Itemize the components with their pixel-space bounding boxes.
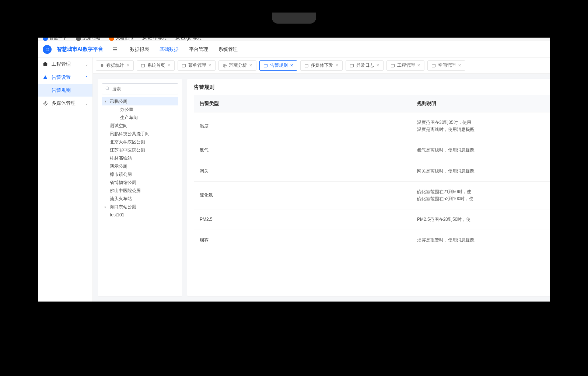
tab-菜单管理[interactable]: 菜单管理 ✕ (178, 60, 216, 71)
close-icon[interactable]: ✕ (458, 63, 461, 68)
tree-label: 樟市镇公厕 (110, 171, 132, 178)
chevron-down-icon: ⌄ (85, 101, 88, 105)
location-tree: ▾讯鹏公厕办公室生产车间测试空间讯鹏科技公共洗手间北京大学东区公厕江苏省中医院公… (102, 97, 178, 219)
tree-node[interactable]: 讯鹏科技公共洗手间 (102, 130, 178, 138)
tab-label: 多媒体下发 (311, 62, 333, 69)
device-frame: 百度一下 京东商城 天猫超市 从 IE 中导入 从 Edge 导入 ⬚ 智慧城市… (16, 19, 572, 320)
table-row[interactable]: 氨气 氨气是离线时，使用消息提醒 (194, 140, 550, 161)
collapse-sidebar-button[interactable]: ☰ (113, 46, 118, 52)
close-icon[interactable]: ✕ (208, 63, 211, 68)
tree-label: 桂林高铁站 (110, 155, 132, 161)
tree-node[interactable]: 演示公厕 (102, 162, 178, 170)
nav-data-report[interactable]: 数据报表 (130, 46, 149, 53)
window-icon (182, 63, 186, 68)
tree-label: 佛山中医院公厕 (110, 188, 141, 194)
cell-desc: PM2.5范围在20到50时，使 (411, 209, 550, 230)
close-icon[interactable]: ✕ (167, 63, 171, 68)
screen: 百度一下 京东商城 天猫超市 从 IE 中导入 从 Edge 导入 ⬚ 智慧城市… (38, 38, 550, 302)
tree-toggle-icon[interactable]: ▾ (105, 100, 108, 103)
top-nav: 数据报表 基础数据 平台管理 系统管理 (130, 46, 238, 53)
bookmark-item[interactable]: 从 Edge 导入 (175, 38, 202, 41)
svg-rect-5 (182, 64, 186, 67)
sidebar-item-alert[interactable]: 告警设置 ⌃ (38, 71, 92, 84)
project-icon (43, 62, 48, 67)
bookmark-item[interactable]: 天猫超市 (109, 38, 133, 41)
tree-node[interactable]: ▾讯鹏公厕 (102, 97, 178, 105)
close-icon[interactable]: ✕ (249, 63, 252, 68)
tree-node[interactable]: 樟市镇公厕 (102, 170, 178, 178)
svg-rect-10 (305, 64, 308, 67)
nav-system[interactable]: 系统管理 (218, 46, 238, 53)
tree-node[interactable]: 测试空间 (102, 122, 178, 130)
svg-rect-8 (264, 64, 267, 67)
sidebar-item-media[interactable]: 多媒体管理 ⌄ (38, 97, 92, 110)
close-icon[interactable]: ✕ (417, 63, 420, 68)
window-icon (350, 63, 354, 68)
tab-工程管理[interactable]: 工程管理 ✕ (386, 60, 424, 71)
bookmark-item[interactable]: 百度一下 (43, 38, 67, 41)
tab-告警规则[interactable]: 告警规则 ✕ (259, 60, 297, 71)
tree-node[interactable]: 生产车间 (102, 114, 178, 122)
tree-node[interactable]: 北京大学东区公厕 (102, 138, 178, 146)
tab-label: 环境分析 (229, 62, 247, 69)
tab-空间管理[interactable]: 空间管理 ✕ (427, 60, 465, 71)
search-icon (105, 86, 110, 92)
tree-node[interactable]: 汕头火车站 (102, 195, 178, 203)
table-row[interactable]: 烟雾 烟雾是报警时，使用消息提醒 (194, 230, 550, 251)
table-row[interactable]: PM2.5 PM2.5范围在20到50时，使 (194, 209, 550, 230)
window-icon (431, 63, 436, 68)
tree-node[interactable]: ▸海口东站公厕 (102, 203, 178, 211)
panel-title: 告警规则 (194, 84, 550, 91)
nav-platform[interactable]: 平台管理 (189, 46, 208, 53)
tree-search-input[interactable] (112, 86, 175, 91)
tree-node[interactable]: 江苏省中医院公厕 (102, 146, 178, 154)
tab-系统首页[interactable]: 系统首页 ✕ (137, 60, 175, 71)
tab-环境分析[interactable]: 环境分析 ✕ (218, 60, 256, 71)
table-row[interactable]: 温度 温度范围在30到35时，使用温度是离线时，使用消息提醒 (194, 112, 550, 140)
tree-label: 北京大学东区公厕 (110, 139, 145, 145)
th-type: 告警类型 (194, 95, 411, 112)
svg-rect-1 (45, 62, 46, 63)
tree-label: test101 (110, 212, 124, 217)
tab-数据统计[interactable]: 数据统计 ✕ (96, 60, 134, 71)
cell-type: PM2.5 (194, 209, 411, 230)
rules-table: 告警类型 规则说明 温度 温度范围在30到35时，使用温度是离线时，使用消息提醒… (194, 95, 550, 251)
bookmark-item[interactable]: 从 IE 中导入 (142, 38, 167, 41)
close-icon[interactable]: ✕ (290, 63, 293, 68)
tree-node[interactable]: test101 (102, 211, 178, 219)
tree-node[interactable]: 桂林高铁站 (102, 154, 178, 162)
tab-多媒体下发[interactable]: 多媒体下发 ✕ (300, 60, 343, 71)
tree-node[interactable]: 省博物馆公厕 (102, 178, 178, 187)
tab-label: 空间管理 (438, 62, 456, 69)
close-icon[interactable]: ✕ (335, 63, 339, 68)
close-icon[interactable]: ✕ (126, 63, 130, 68)
tabs-bar: 数据统计 ✕ 系统首页 ✕ 菜单管理 ✕ 环境分析 ✕ 告警规则 ✕ 多媒体下发… (93, 58, 550, 74)
cell-type: 硫化氢 (194, 181, 411, 209)
tab-异常日志[interactable]: 异常日志 ✕ (346, 60, 384, 71)
sidebar-sub-alert-rule[interactable]: 告警规则 (38, 84, 92, 97)
window-icon (263, 63, 268, 68)
cell-type: 网关 (194, 161, 411, 181)
tab-label: 系统首页 (147, 62, 165, 69)
table-row[interactable]: 硫化氢 硫化氢范围在21到50时，使硫化氢范围在52到100时，使 (194, 181, 550, 209)
nav-base-data[interactable]: 基础数据 (160, 46, 179, 53)
svg-rect-14 (391, 64, 395, 67)
main: 数据统计 ✕ 系统首页 ✕ 菜单管理 ✕ 环境分析 ✕ 告警规则 ✕ 多媒体下发… (93, 58, 550, 302)
tree-toggle-icon[interactable]: ▸ (105, 205, 108, 209)
tree-search-box[interactable] (102, 83, 178, 94)
tree-label: 讯鹏科技公共洗手间 (110, 131, 150, 137)
bookmark-item[interactable]: 京东商城 (76, 38, 100, 41)
pin-icon (100, 63, 104, 68)
tree-label: 演示公厕 (110, 163, 127, 170)
tree-node[interactable]: 佛山中医院公厕 (102, 187, 178, 195)
tree-node[interactable]: 办公室 (102, 105, 178, 114)
close-icon[interactable]: ✕ (376, 63, 379, 68)
tree-label: 海口东站公厕 (110, 204, 136, 210)
table-row[interactable]: 网关 网关是离线时，使用消息提醒 (194, 161, 550, 181)
tree-label: 汕头火车站 (110, 196, 132, 202)
tree-label: 讯鹏公厕 (110, 98, 127, 105)
tree-label: 办公室 (120, 107, 133, 113)
tree-label: 省博物馆公厕 (110, 180, 136, 186)
sidebar-item-project[interactable]: 工程管理 ⌄ (38, 58, 92, 71)
tab-label: 数据统计 (106, 62, 124, 69)
